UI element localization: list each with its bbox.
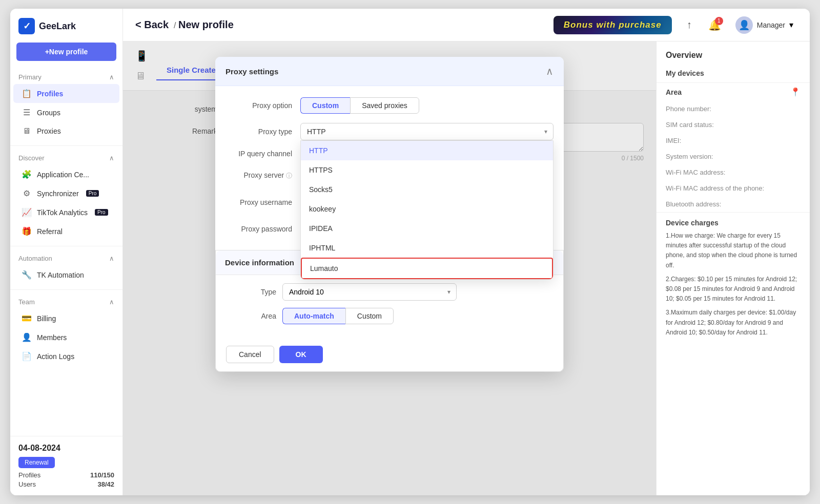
new-profile-button[interactable]: +New profile bbox=[16, 43, 116, 61]
dropdown-item-ipidea[interactable]: IPIDEA bbox=[301, 219, 553, 238]
system-version-row: System version: bbox=[657, 149, 810, 164]
user-chevron-icon: ▾ bbox=[789, 20, 793, 30]
primary-header[interactable]: Primary ∧ bbox=[10, 70, 122, 84]
user-area[interactable]: 👤 Manager ▾ bbox=[731, 14, 797, 36]
modal-overlay: Proxy settings ∧ Proxy option Custom Sav… bbox=[123, 41, 656, 495]
users-stat-label: Users bbox=[18, 480, 36, 488]
notifications-button[interactable]: 🔔 1 bbox=[706, 16, 724, 34]
sidebar-item-label: TK Automation bbox=[37, 271, 84, 279]
dropdown-item-lumauto[interactable]: Lumauto bbox=[301, 258, 553, 279]
custom-area-button[interactable]: Custom bbox=[345, 308, 394, 324]
proxy-type-label: Proxy type bbox=[225, 128, 292, 136]
upload-icon: ↑ bbox=[687, 19, 692, 31]
dropdown-item-http[interactable]: HTTP bbox=[301, 141, 553, 160]
primary-chevron-icon: ∧ bbox=[109, 73, 114, 81]
renewal-button[interactable]: Renewal bbox=[18, 457, 55, 468]
proxy-type-select[interactable]: HTTP bbox=[300, 123, 554, 140]
sidebar-item-members[interactable]: 👤 Members bbox=[13, 328, 119, 347]
sidebar-item-tk-automation[interactable]: 🔧 TK Automation bbox=[13, 265, 119, 284]
ok-button[interactable]: OK bbox=[279, 346, 323, 363]
pro-badge: Pro bbox=[86, 190, 99, 197]
profiles-icon: 📋 bbox=[22, 89, 32, 98]
discover-header[interactable]: Discover ∧ bbox=[10, 151, 122, 165]
help-icon[interactable]: ⓘ bbox=[286, 172, 292, 179]
proxy-settings-modal: Proxy settings ∧ Proxy option Custom Sav… bbox=[215, 57, 564, 372]
tiktok-icon: 📈 bbox=[22, 207, 32, 217]
app-center-icon: 🧩 bbox=[22, 170, 32, 179]
charges-text-1: 1.How we charge: We charge for every 15 … bbox=[657, 231, 810, 275]
sidebar-item-billing[interactable]: 💳 Billing bbox=[13, 309, 119, 328]
synchronizer-icon: ⚙ bbox=[22, 188, 32, 198]
discover-section: Discover ∧ 🧩 Application Ce... ⚙ Synchro… bbox=[10, 148, 122, 244]
proxies-icon: 🖥 bbox=[22, 127, 32, 136]
custom-proxy-button[interactable]: Custom bbox=[300, 97, 350, 114]
sidebar-item-label: Groups bbox=[37, 109, 60, 117]
sidebar-item-synchronizer[interactable]: ⚙ Synchronizer Pro bbox=[13, 184, 119, 203]
sidebar-item-profiles[interactable]: 📋 Profiles bbox=[13, 84, 119, 103]
team-header[interactable]: Team ∧ bbox=[10, 295, 122, 309]
sidebar-item-action-logs[interactable]: 📄 Action Logs bbox=[13, 347, 119, 366]
device-section-title: Device information bbox=[225, 258, 294, 267]
referral-icon: 🎁 bbox=[22, 226, 32, 236]
content-area: 📱 🖥 Single Create Quick Create Pro Batch… bbox=[123, 41, 810, 495]
upload-button[interactable]: ↑ bbox=[680, 16, 699, 34]
cancel-button[interactable]: Cancel bbox=[226, 346, 274, 363]
automation-chevron-icon: ∧ bbox=[109, 255, 114, 262]
topbar: < Back / New profile Bonus with purchase… bbox=[123, 9, 810, 41]
center-panel: 📱 🖥 Single Create Quick Create Pro Batch… bbox=[123, 41, 656, 495]
sidebar-item-label: Action Logs bbox=[37, 352, 74, 361]
sidebar-item-label: Members bbox=[37, 333, 67, 342]
sidebar-item-proxies[interactable]: 🖥 Proxies bbox=[13, 122, 119, 140]
logo-text: GeeLark bbox=[39, 21, 76, 32]
dropdown-item-socks5[interactable]: Socks5 bbox=[301, 180, 553, 199]
sidebar-bottom: 04-08-2024 Renewal Profiles 110/150 User… bbox=[10, 436, 122, 495]
proxy-type-select-wrap: HTTP ▾ HTTP HTTPS Socks5 kookeey bbox=[300, 123, 554, 140]
sidebar-item-tiktok[interactable]: 📈 TikTok Analytics Pro bbox=[13, 203, 119, 222]
sidebar-item-groups[interactable]: ☰ Groups bbox=[13, 103, 119, 122]
proxy-type-dropdown: HTTP HTTPS Socks5 kookeey IPIDEA IPHTML … bbox=[300, 140, 554, 280]
proxy-option-buttons: Custom Saved proxies bbox=[300, 97, 419, 114]
sidebar-item-label: TikTok Analytics bbox=[37, 208, 88, 217]
location-icon: 📍 bbox=[790, 87, 801, 97]
device-type-select-wrap: Android 10 ▾ bbox=[282, 283, 457, 301]
sidebar: ✓ GeeLark +New profile Primary ∧ 📋 Profi… bbox=[10, 9, 123, 495]
notification-badge: 1 bbox=[715, 17, 723, 25]
main-panel: < Back / New profile Bonus with purchase… bbox=[123, 9, 810, 495]
device-type-select[interactable]: Android 10 bbox=[282, 283, 457, 301]
team-label: Team bbox=[18, 298, 35, 306]
bonus-banner[interactable]: Bonus with purchase bbox=[554, 16, 672, 34]
discover-chevron-icon: ∧ bbox=[109, 154, 114, 162]
bluetooth-row: Bluetooth address: bbox=[657, 196, 810, 212]
sidebar-item-app-center[interactable]: 🧩 Application Ce... bbox=[13, 165, 119, 184]
proxy-server-label: Proxy server ⓘ bbox=[225, 171, 292, 180]
groups-icon: ☰ bbox=[22, 108, 32, 117]
phone-number-label: Phone number: bbox=[666, 105, 711, 113]
saved-proxies-button[interactable]: Saved proxies bbox=[350, 97, 419, 114]
team-chevron-icon: ∧ bbox=[109, 298, 114, 306]
my-devices-title: My devices bbox=[657, 64, 810, 83]
dropdown-item-kookeey[interactable]: kookeey bbox=[301, 199, 553, 219]
device-type-row: Type Android 10 ▾ bbox=[225, 283, 554, 301]
overview-title: Overview bbox=[657, 41, 810, 64]
primary-label: Primary bbox=[18, 73, 42, 81]
auto-match-button[interactable]: Auto-match bbox=[282, 308, 345, 324]
back-link[interactable]: < Back bbox=[135, 19, 172, 30]
automation-header[interactable]: Automation ∧ bbox=[10, 251, 122, 265]
dropdown-item-iphtml[interactable]: IPHTML bbox=[301, 238, 553, 258]
sim-card-row: SIM card status: bbox=[657, 117, 810, 133]
sidebar-item-referral[interactable]: 🎁 Referral bbox=[13, 222, 119, 241]
phone-number-row: Phone number: bbox=[657, 101, 810, 117]
wifi-mac-row: Wi-Fi MAC address: bbox=[657, 164, 810, 180]
sim-card-label: SIM card status: bbox=[666, 121, 714, 129]
wifi-mac-phone-label: Wi-Fi MAC address of the phone: bbox=[666, 184, 764, 192]
area-header: Area 📍 bbox=[657, 83, 810, 101]
user-name: Manager bbox=[757, 21, 785, 29]
device-area-label: Area bbox=[225, 312, 276, 320]
dropdown-item-https[interactable]: HTTPS bbox=[301, 160, 553, 180]
logo-icon: ✓ bbox=[18, 18, 35, 34]
modal-close-button[interactable]: ∧ bbox=[546, 65, 554, 77]
billing-icon: 💳 bbox=[22, 313, 32, 323]
bluetooth-label: Bluetooth address: bbox=[666, 200, 721, 208]
area-buttons: Auto-match Custom bbox=[282, 308, 394, 324]
right-panel: Overview My devices Area 📍 Phone number:… bbox=[656, 41, 810, 495]
